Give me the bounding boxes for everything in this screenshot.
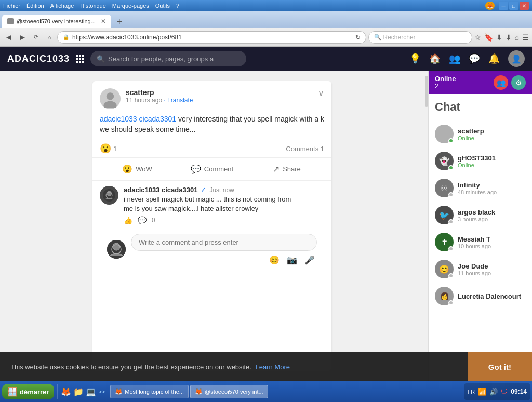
- comment-author-name: adacic1033 cicada3301: [124, 186, 197, 194]
- browser-search-bar[interactable]: 🔍 Rechercher: [368, 31, 472, 44]
- url-bar[interactable]: 🔒 https://www.adacic1033.online/post/681…: [57, 31, 366, 44]
- offline-status-dot: [448, 273, 454, 278]
- chat-user-avatar: 👻: [435, 152, 454, 170]
- tray-network-icon[interactable]: 📶: [478, 388, 486, 396]
- taskbar-extra[interactable]: >>: [98, 388, 105, 395]
- app-search-input[interactable]: [108, 55, 240, 63]
- reload-button[interactable]: ⟳: [30, 32, 42, 43]
- comment-input[interactable]: [131, 234, 317, 251]
- bookmark-icon[interactable]: 🔖: [484, 33, 493, 42]
- mic-input-icon[interactable]: 🎤: [304, 255, 315, 265]
- taskbar-icon-1[interactable]: 🦊: [61, 387, 71, 397]
- chat-status: 3 hours ago: [458, 216, 526, 222]
- chat-item[interactable]: scatterp Online: [429, 120, 532, 148]
- post-mention-1[interactable]: adacic1033: [100, 115, 137, 123]
- task-favicon-1: 🦊: [115, 388, 123, 395]
- maximize-button[interactable]: □: [509, 2, 518, 10]
- notifications-icon[interactable]: 🔔: [488, 53, 500, 64]
- taskbar-task-2[interactable]: 🦊 @stoeeoi570 very int...: [190, 385, 268, 398]
- app-search-bar[interactable]: 🔍: [90, 51, 246, 66]
- chat-people-button[interactable]: 👥: [494, 75, 508, 90]
- tray-security-icon[interactable]: 🛡: [501, 388, 508, 396]
- pocket-icon[interactable]: ⬇: [496, 33, 502, 42]
- menu-outils[interactable]: Outils: [155, 3, 170, 9]
- menu-historique[interactable]: Historique: [80, 3, 106, 9]
- chat-user-info: Lucretia Dalencourt: [458, 292, 526, 300]
- chat-icon[interactable]: 💬: [469, 53, 480, 64]
- menu-marque-pages[interactable]: Marque-pages: [112, 3, 149, 9]
- tray-sound-icon[interactable]: 🔊: [489, 388, 498, 396]
- home-button[interactable]: ⌂: [44, 32, 55, 43]
- user-avatar[interactable]: 👤: [508, 50, 525, 67]
- taskbar-icon-3[interactable]: 💻: [86, 387, 96, 397]
- taskbar-tray: FR 📶 🔊 🛡 09:14: [464, 383, 530, 400]
- chat-item[interactable]: ✝ Messiah T 10 hours ago: [429, 229, 532, 256]
- main-content: scatterp 11 hours ago · Translate ∨ adac…: [0, 71, 532, 381]
- back-button[interactable]: ◀: [3, 32, 15, 43]
- comment-action-button[interactable]: 💬 Comment: [175, 160, 249, 178]
- start-label: démarrer: [20, 388, 49, 396]
- chat-item[interactable]: 👩 Lucretia Dalencourt: [429, 283, 532, 310]
- wow-action-button[interactable]: 😮 WoW: [100, 160, 175, 178]
- share-action-icon: ↗: [273, 164, 280, 174]
- menu-edition[interactable]: Édition: [26, 3, 44, 9]
- reaction-count: 1: [113, 145, 117, 153]
- taskbar-task-1[interactable]: 🦊 Most long topic of the...: [110, 385, 189, 398]
- home-app-icon[interactable]: 🏠: [429, 53, 441, 64]
- bookmark-star-icon[interactable]: ☆: [474, 33, 481, 42]
- app-logo[interactable]: ADACIC1033: [7, 53, 70, 64]
- translate-link[interactable]: · Translate: [164, 97, 193, 104]
- got-it-button[interactable]: Got it!: [468, 352, 532, 381]
- download-icon[interactable]: ⬇: [506, 33, 512, 42]
- menu-affichage[interactable]: Affichage: [50, 3, 74, 9]
- task-favicon-2: 🦊: [195, 388, 203, 395]
- chat-header: Chat: [429, 94, 532, 120]
- chat-item[interactable]: 👻 gHOST3301 Online: [429, 148, 532, 175]
- chat-sidebar: Online 2 👥 ⚙ Chat scatterp: [428, 71, 532, 381]
- svg-point-7: [113, 243, 120, 250]
- chat-item[interactable]: ♾ Infinity 48 minutes ago: [429, 175, 532, 202]
- search-icon: 🔍: [374, 34, 381, 41]
- forward-button[interactable]: ▶: [17, 32, 28, 43]
- post-options-chevron[interactable]: ∨: [318, 88, 324, 98]
- close-button[interactable]: ✕: [520, 2, 529, 10]
- menu-icon[interactable]: ☰: [522, 33, 529, 42]
- post-body: adacic1033 cicada3301 very interesting t…: [92, 109, 331, 140]
- online-status-dot: [448, 138, 454, 143]
- minimize-button[interactable]: ─: [499, 2, 508, 10]
- home-nav-icon[interactable]: ⌂: [515, 33, 519, 42]
- lightbulb-icon[interactable]: 💡: [409, 53, 421, 64]
- grid-menu-icon[interactable]: [76, 55, 84, 63]
- sidebar-scrollbar[interactable]: [424, 71, 428, 381]
- chat-settings-button[interactable]: ⚙: [511, 75, 526, 90]
- tab-close-button[interactable]: ✕: [101, 18, 106, 25]
- post-mention-2[interactable]: cicada3301: [139, 115, 177, 123]
- emoji-input-icon[interactable]: 😊: [269, 255, 280, 265]
- start-button[interactable]: 🪟 démarrer: [2, 384, 54, 399]
- taskbar-icon-2[interactable]: 📁: [73, 387, 84, 397]
- wow-reaction[interactable]: 😮 1: [100, 143, 117, 154]
- url-refresh-icon[interactable]: ↻: [355, 34, 361, 41]
- comments-count[interactable]: Comments 1: [286, 145, 324, 153]
- browser-icon: 🦊: [485, 2, 495, 10]
- like-icon[interactable]: 👍: [124, 216, 132, 224]
- new-tab-button[interactable]: +: [113, 16, 126, 28]
- photo-input-icon[interactable]: 📷: [287, 255, 297, 265]
- menu-fichier[interactable]: Fichier: [3, 3, 20, 9]
- chat-item[interactable]: 🐦 argos black 3 hours ago: [429, 202, 532, 229]
- share-action-button[interactable]: ↗ Share: [249, 160, 324, 178]
- menu-help[interactable]: ?: [176, 3, 179, 9]
- post-text: adacic1033 cicada3301 very interesting t…: [100, 115, 324, 133]
- chat-username: gHOST3301: [458, 154, 526, 162]
- post-author-avatar: [100, 88, 121, 109]
- learn-more-link[interactable]: Learn More: [256, 363, 290, 371]
- app-nav-icons: 💡 🏠 👥 💬 🔔 👤: [409, 50, 525, 67]
- friends-icon[interactable]: 👥: [449, 53, 460, 64]
- active-tab[interactable]: @stoeeoi570 very interesting... ✕: [2, 15, 111, 28]
- chat-item[interactable]: 😊 Joe Dude 11 hours ago: [429, 256, 532, 283]
- comment-actions: 👍 💬 0: [124, 216, 324, 224]
- dislike-icon[interactable]: 💬: [138, 216, 147, 224]
- post-header: scatterp 11 hours ago · Translate ∨: [92, 81, 331, 109]
- offline-status-dot: [448, 219, 454, 224]
- taskbar: 🪟 démarrer 🦊 📁 💻 >> 🦊 Most long topic of…: [0, 381, 532, 402]
